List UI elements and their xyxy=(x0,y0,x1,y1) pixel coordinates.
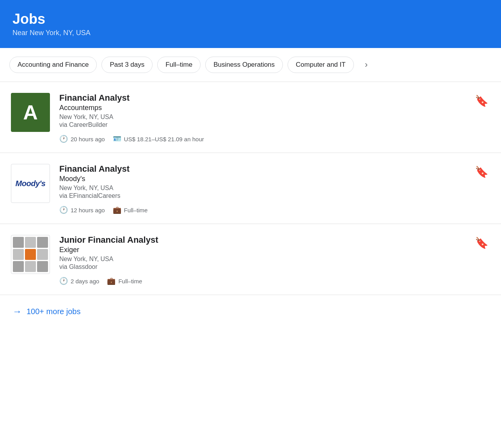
exiger-cell xyxy=(13,237,24,248)
job-source: via CareerBuilder xyxy=(59,121,490,128)
table-row[interactable]: Moody's Financial Analyst Moody's New Yo… xyxy=(0,153,501,224)
posted-label: 2 days ago xyxy=(71,278,99,284)
job-source: via EFinancialCareers xyxy=(59,192,490,199)
job-title: Financial Analyst xyxy=(59,164,490,174)
job-meta: 🕐 12 hours ago 💼 Full–time xyxy=(59,206,490,214)
chip-business-ops[interactable]: Business Operations xyxy=(205,57,283,73)
chip-fulltime[interactable]: Full–time xyxy=(157,57,201,73)
exiger-cell xyxy=(13,249,24,260)
exiger-cell xyxy=(13,261,24,272)
chip-past3days[interactable]: Past 3 days xyxy=(101,57,153,73)
salary-label: US$ 18.21–US$ 21.09 an hour xyxy=(124,136,204,142)
posted-time: 🕐 20 hours ago xyxy=(59,135,105,143)
filters-row: Accounting and Finance Past 3 days Full–… xyxy=(0,48,501,82)
job-meta: 🕐 20 hours ago 🪪 US$ 18.21–US$ 21.09 an … xyxy=(59,135,490,143)
job-info: Financial Analyst Moody's New York, NY, … xyxy=(59,164,490,214)
more-jobs-footer[interactable]: → 100+ more jobs xyxy=(0,295,501,328)
company-logo-accountemps: A xyxy=(11,93,50,132)
exiger-cell xyxy=(37,261,48,272)
briefcase-icon: 💼 xyxy=(113,206,121,214)
bookmark-button[interactable]: 🔖 xyxy=(473,235,490,251)
job-info: Junior Financial Analyst Exiger New York… xyxy=(59,235,490,285)
job-company: Accountemps xyxy=(59,104,490,112)
clock-icon: 🕐 xyxy=(59,206,68,214)
job-type-label: Full–time xyxy=(124,207,148,213)
job-source: via Glassdoor xyxy=(59,263,490,270)
posted-label: 12 hours ago xyxy=(71,207,105,213)
job-meta: 🕐 2 days ago 💼 Full–time xyxy=(59,277,490,285)
table-row[interactable]: A Financial Analyst Accountemps New York… xyxy=(0,82,501,153)
posted-label: 20 hours ago xyxy=(71,136,105,142)
clock-icon: 🕐 xyxy=(59,135,68,143)
job-title: Junior Financial Analyst xyxy=(59,235,490,245)
posted-time: 🕐 2 days ago xyxy=(59,277,99,285)
job-title: Financial Analyst xyxy=(59,93,490,103)
job-company: Exiger xyxy=(59,246,490,254)
chip-accounting[interactable]: Accounting and Finance xyxy=(9,57,97,73)
job-type-label: Full–time xyxy=(118,278,142,284)
exiger-cell xyxy=(37,249,48,260)
chip-computer-it[interactable]: Computer and IT xyxy=(288,57,354,73)
clock-icon: 🕐 xyxy=(59,277,68,285)
more-jobs-label: 100+ more jobs xyxy=(27,307,80,316)
page-title: Jobs xyxy=(12,11,489,27)
page-subtitle: Near New York, NY, USA xyxy=(12,29,489,37)
job-type-info: 💼 Full–time xyxy=(107,277,142,285)
table-row[interactable]: Junior Financial Analyst Exiger New York… xyxy=(0,224,501,295)
company-logo-exiger xyxy=(11,235,50,274)
job-list: A Financial Analyst Accountemps New York… xyxy=(0,82,501,295)
bookmark-button[interactable]: 🔖 xyxy=(473,164,490,180)
job-company: Moody's xyxy=(59,175,490,183)
exiger-cell xyxy=(25,237,36,248)
exiger-logo-grid xyxy=(13,237,48,272)
exiger-cell xyxy=(25,261,36,272)
job-location: New York, NY, USA xyxy=(59,256,490,263)
job-location: New York, NY, USA xyxy=(59,185,490,192)
job-location: New York, NY, USA xyxy=(59,114,490,121)
briefcase-icon: 💼 xyxy=(107,277,115,285)
salary-icon: 🪪 xyxy=(113,135,121,143)
scroll-right-button[interactable]: › xyxy=(359,57,374,73)
job-info: Financial Analyst Accountemps New York, … xyxy=(59,93,490,143)
arrow-right-icon: → xyxy=(12,306,22,317)
salary-info: 🪪 US$ 18.21–US$ 21.09 an hour xyxy=(113,135,204,143)
header: Jobs Near New York, NY, USA xyxy=(0,0,501,48)
posted-time: 🕐 12 hours ago xyxy=(59,206,105,214)
exiger-cell-orange xyxy=(25,249,36,260)
bookmark-button[interactable]: 🔖 xyxy=(473,93,490,109)
job-type-info: 💼 Full–time xyxy=(113,206,148,214)
company-logo-moodys: Moody's xyxy=(11,164,50,203)
exiger-cell xyxy=(37,237,48,248)
